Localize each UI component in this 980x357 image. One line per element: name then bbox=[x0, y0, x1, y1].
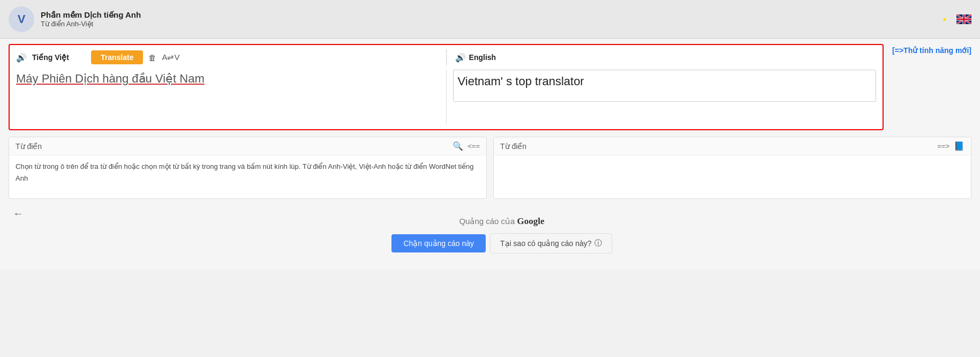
left-toolbar: 🔊 Tiếng Việt Translate 🗑 A⇌V bbox=[16, 50, 438, 64]
clear-icon[interactable]: 🗑 bbox=[148, 53, 156, 62]
toolbar-divider bbox=[446, 49, 447, 65]
swap-icon[interactable]: A⇌V bbox=[162, 53, 179, 62]
translator-box: 🔊 Tiếng Việt Translate 🗑 A⇌V 🔊 English bbox=[9, 44, 884, 130]
dict-instruction-text: Chọn từ trong ô trên để tra từ điển hoặc… bbox=[16, 162, 474, 182]
main-container: 🔊 Tiếng Việt Translate 🗑 A⇌V 🔊 English bbox=[0, 39, 980, 270]
dict-body-left: Chọn từ trong ô trên để tra từ điển hoặc… bbox=[9, 155, 486, 198]
app-logo: V bbox=[9, 6, 34, 32]
ad-section: Quảng cáo của Google Chặn quảng cáo này … bbox=[32, 205, 971, 264]
back-button[interactable]: ← bbox=[9, 205, 28, 222]
dict-panel-right: Từ điển ==> 📘 bbox=[493, 137, 971, 199]
ad-buttons: Chặn quảng cáo này Tại sao có quảng cáo … bbox=[32, 233, 971, 254]
dict-body-right bbox=[494, 155, 971, 198]
ad-google-text: Google bbox=[517, 216, 545, 226]
logo-letter: V bbox=[18, 12, 26, 26]
source-speaker-icon[interactable]: 🔊 bbox=[16, 53, 27, 63]
info-icon: ⓘ bbox=[594, 239, 602, 248]
vietnam-flag-icon bbox=[937, 14, 952, 24]
dictionary-row: Từ điển 🔍 <== Chọn từ trong ô trên để tr… bbox=[9, 137, 971, 199]
source-text-input[interactable] bbox=[16, 70, 440, 123]
ad-label: Quảng cáo của Google bbox=[32, 216, 971, 227]
output-text-display: Vietnam' s top translator bbox=[453, 70, 877, 102]
dict-panel-left: Từ điển 🔍 <== Chọn từ trong ô trên để tr… bbox=[9, 137, 487, 199]
source-panel bbox=[16, 70, 440, 125]
ad-label-text: Quảng cáo của bbox=[459, 217, 515, 226]
target-lang-label: English bbox=[469, 53, 523, 62]
app-header: V Phần mềm Dịch tiếng Anh Từ điển Anh-Vi… bbox=[0, 0, 980, 39]
source-lang-label: Tiếng Việt bbox=[32, 53, 86, 62]
dict-label-right: Từ điển bbox=[500, 142, 526, 151]
dict-arrow-left[interactable]: <== bbox=[468, 142, 480, 150]
header-left: V Phần mềm Dịch tiếng Anh Từ điển Anh-Vi… bbox=[9, 6, 141, 32]
why-ad-button[interactable]: Tại sao có quảng cáo này? ⓘ bbox=[490, 233, 612, 254]
new-feature-link[interactable]: [=>Thử tính năng mới] bbox=[892, 44, 971, 57]
header-titles: Phần mềm Dịch tiếng Anh Từ điển Anh-Việt bbox=[41, 10, 141, 28]
dict-arrow-right[interactable]: ==> bbox=[937, 142, 949, 150]
dict-header-left: Từ điển 🔍 <== bbox=[9, 137, 486, 155]
uk-flag-svg bbox=[956, 14, 971, 24]
header-right bbox=[937, 14, 971, 24]
uk-flag-icon bbox=[956, 14, 971, 24]
why-ad-text: Tại sao có quảng cáo này? bbox=[500, 239, 592, 248]
target-speaker-icon[interactable]: 🔊 bbox=[455, 53, 466, 63]
right-toolbar: 🔊 English bbox=[455, 53, 877, 63]
dict-header-right: Từ điển ==> 📘 bbox=[494, 137, 971, 155]
dict-search-icon[interactable]: 🔍 bbox=[453, 141, 463, 151]
dict-book-icon[interactable]: 📘 bbox=[954, 141, 964, 151]
block-ad-button[interactable]: Chặn quảng cáo này bbox=[391, 234, 486, 252]
text-panels: Vietnam' s top translator bbox=[16, 70, 876, 125]
app-title-sub: Từ điển Anh-Việt bbox=[41, 20, 141, 28]
ad-row: ← Quảng cáo của Google Chặn quảng cáo nà… bbox=[9, 205, 971, 264]
output-panel: Vietnam' s top translator bbox=[453, 70, 877, 102]
dict-actions-right: ==> 📘 bbox=[937, 141, 964, 151]
dict-actions-left: 🔍 <== bbox=[453, 141, 480, 151]
translator-row: 🔊 Tiếng Việt Translate 🗑 A⇌V 🔊 English bbox=[9, 44, 971, 137]
translate-button[interactable]: Translate bbox=[91, 50, 143, 64]
panel-divider bbox=[446, 70, 447, 125]
app-title-main: Phần mềm Dịch tiếng Anh bbox=[41, 10, 141, 20]
translator-toolbar: 🔊 Tiếng Việt Translate 🗑 A⇌V 🔊 English bbox=[16, 49, 876, 65]
dict-label-left: Từ điển bbox=[16, 142, 42, 151]
